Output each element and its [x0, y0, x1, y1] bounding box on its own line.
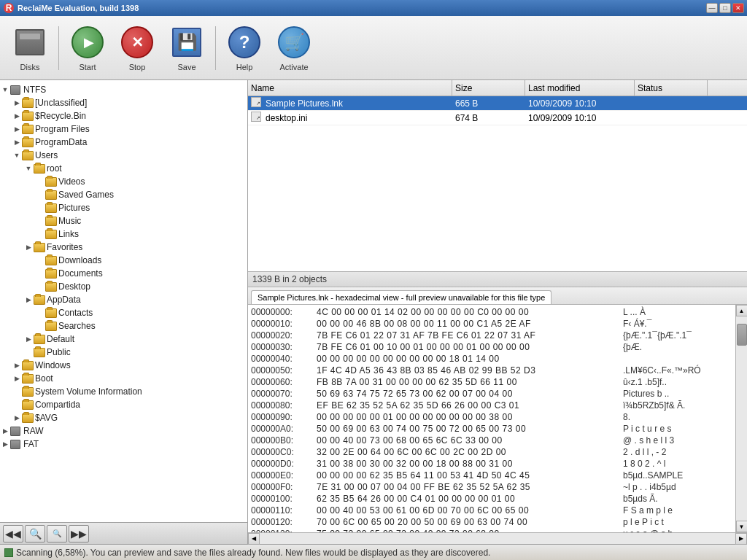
tree-expander[interactable]: [35, 176, 45, 187]
app-title: ReclaiMe Evaluation, build 1398: [18, 4, 139, 12]
maximize-button[interactable]: □: [719, 3, 731, 13]
tree-item-windows[interactable]: ▶Windows: [0, 359, 247, 372]
tree-expander[interactable]: ▼: [23, 163, 34, 174]
hex-tab[interactable]: Sample Pictures.lnk - hexadecimal view -…: [251, 290, 551, 304]
folder-shape: [34, 243, 45, 252]
tree-item-desktop[interactable]: Desktop: [0, 280, 247, 293]
hscroll-left[interactable]: ◀: [248, 533, 260, 545]
minimize-button[interactable]: —: [706, 3, 718, 13]
tree-expander[interactable]: ▶: [12, 111, 22, 121]
start-button[interactable]: Start: [63, 21, 112, 75]
tree-item-savg[interactable]: ▶$AVG: [0, 411, 247, 424]
tree-item-recycle[interactable]: ▶$Recycle.Bin: [0, 109, 247, 122]
hex-hscrollbar[interactable]: ◀ ▶: [248, 532, 747, 544]
hex-bytes: 50 69 63 74 75 72 65 73 00 62 00 07 00 0…: [317, 389, 623, 399]
stop-button[interactable]: Stop: [113, 21, 161, 75]
column-size[interactable]: Size: [452, 80, 525, 96]
hex-address: 00000060:: [251, 377, 317, 387]
hex-bytes: 70 00 6C 00 65 00 20 00 50 00 69 00 63 0…: [317, 517, 623, 527]
disk-icon: [10, 439, 22, 449]
tree-item-fat[interactable]: ▶FAT: [0, 438, 247, 451]
tree-item-searches[interactable]: Searches: [0, 319, 247, 332]
tree-expander[interactable]: [35, 268, 45, 279]
column-status[interactable]: Status: [635, 80, 708, 96]
tree-label: Saved Games: [58, 190, 114, 200]
folder-icon: [45, 203, 57, 213]
tree-item-contacts[interactable]: Contacts: [0, 306, 247, 319]
scroll-up[interactable]: ▲: [736, 305, 748, 316]
hex-content-area[interactable]: 00000000:4C 00 00 00 01 14 02 00 00 00 0…: [248, 305, 735, 532]
tree-expander[interactable]: ▼: [0, 85, 10, 95]
tree-expander[interactable]: ▶: [0, 439, 10, 449]
tree-expander[interactable]: ▶: [12, 124, 22, 134]
start-shape: [71, 26, 104, 58]
file-list-body[interactable]: Sample Pictures.lnk665 B10/09/2009 10:10…: [248, 96, 747, 271]
scroll-down[interactable]: ▼: [736, 521, 748, 532]
tree-item-users[interactable]: ▼Users: [0, 149, 247, 162]
tree-expander[interactable]: ▶: [23, 334, 34, 344]
tree-expander[interactable]: [35, 281, 45, 292]
tree-expander[interactable]: [35, 308, 45, 318]
tree-item-program-files[interactable]: ▶Program Files: [0, 122, 247, 136]
tree-expander[interactable]: ▶: [12, 137, 22, 147]
tree-expander[interactable]: [23, 347, 34, 357]
tree-expander[interactable]: ▼: [12, 150, 22, 160]
tree-label: Music: [58, 216, 81, 226]
close-button[interactable]: ✕: [732, 3, 744, 13]
tree-expander[interactable]: ▶: [23, 242, 34, 252]
tree-expander[interactable]: [35, 229, 45, 239]
tree-item-saved-games[interactable]: Saved Games: [0, 188, 247, 201]
tree-item-videos[interactable]: Videos: [0, 175, 247, 188]
hex-ascii: ~l p . . i4b5µd: [623, 482, 676, 492]
forward-button[interactable]: ▶▶: [69, 525, 89, 542]
hex-scrollbar[interactable]: ▲ ▼: [735, 305, 747, 532]
tree-expander[interactable]: [12, 386, 22, 397]
column-modified[interactable]: Last modified: [525, 80, 635, 96]
file-row[interactable]: desktop.ini674 B10/09/2009 10:10: [248, 111, 747, 125]
tree-item-system-volume[interactable]: System Volume Information: [0, 385, 247, 398]
tree-item-raw[interactable]: ▶RAW: [0, 424, 247, 438]
tree-expander[interactable]: [35, 321, 45, 331]
hscroll-right[interactable]: ▶: [735, 533, 747, 545]
file-tree[interactable]: ▼NTFS▶[Unclassified]▶$Recycle.Bin▶Progra…: [0, 80, 247, 522]
tree-item-public[interactable]: Public: [0, 346, 247, 359]
tree-expander[interactable]: ▶: [0, 426, 10, 436]
file-row[interactable]: Sample Pictures.lnk665 B10/09/2009 10:10: [248, 96, 747, 111]
folder-shape: [45, 269, 57, 279]
tree-item-appdata[interactable]: ▶AppData: [0, 293, 247, 306]
search2-button[interactable]: 🔍: [47, 525, 67, 542]
tree-item-root[interactable]: ▼root: [0, 162, 247, 175]
save-button[interactable]: Save: [163, 21, 211, 75]
tree-item-downloads[interactable]: Downloads: [0, 254, 247, 267]
disks-button[interactable]: Disks: [6, 21, 54, 75]
tree-expander[interactable]: ▶: [23, 295, 34, 305]
tree-expander[interactable]: [35, 203, 45, 213]
tree-item-default[interactable]: ▶Default: [0, 332, 247, 346]
column-name[interactable]: Name: [248, 80, 452, 96]
tree-item-boot[interactable]: ▶Boot: [0, 372, 247, 385]
tree-expander[interactable]: ▶: [12, 413, 22, 423]
tree-expander[interactable]: [35, 190, 45, 200]
search-button[interactable]: 🔍: [25, 525, 45, 542]
tree-expander[interactable]: [12, 400, 22, 410]
tree-item-program-data[interactable]: ▶ProgramData: [0, 136, 247, 149]
tree-expander[interactable]: ▶: [12, 98, 22, 108]
tree-item-unclassified[interactable]: ▶[Unclassified]: [0, 96, 247, 109]
help-button[interactable]: Help: [220, 21, 268, 75]
tree-item-links[interactable]: Links: [0, 228, 247, 241]
tree-item-music[interactable]: Music: [0, 214, 247, 228]
tree-expander[interactable]: [35, 255, 45, 265]
scroll-thumb[interactable]: [737, 324, 747, 346]
activate-button[interactable]: Activate: [270, 21, 318, 75]
tree-item-documents[interactable]: Documents: [0, 267, 247, 280]
tree-expander[interactable]: ▶: [12, 373, 22, 384]
tree-item-pictures[interactable]: Pictures: [0, 201, 247, 214]
tree-expander[interactable]: ▶: [12, 360, 22, 370]
tree-item-compartida[interactable]: Compartida: [0, 398, 247, 411]
tree-item-ntfs[interactable]: ▼NTFS: [0, 83, 247, 96]
tree-item-favorites[interactable]: ▶Favorites: [0, 241, 247, 254]
folder-icon: [45, 255, 57, 265]
tree-expander[interactable]: [35, 216, 45, 226]
folder-shape: [22, 112, 34, 121]
back-button[interactable]: ◀◀: [3, 525, 23, 542]
